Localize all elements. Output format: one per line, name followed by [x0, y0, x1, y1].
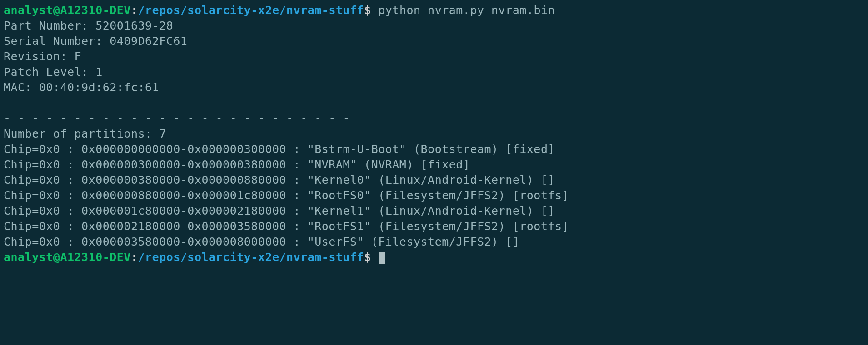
prompt-dollar: $ — [364, 251, 378, 264]
prompt-path: /repos/solarcity-x2e/nvram-stuff — [138, 4, 364, 17]
partition-row: Chip=0x0 : 0x000000000000-0x000000300000… — [4, 143, 555, 156]
prompt-path: /repos/solarcity-x2e/nvram-stuff — [138, 251, 364, 264]
output-part-number: Part Number: 52001639-28 — [4, 19, 173, 32]
partition-row: Chip=0x0 : 0x000001c80000-0x000002180000… — [4, 204, 555, 217]
partition-row: Chip=0x0 : 0x000002180000-0x000003580000… — [4, 220, 569, 233]
output-mac: MAC: 00:40:9d:62:fc:61 — [4, 81, 159, 94]
prompt-line-2[interactable]: analyst@A12310-DEV:/repos/solarcity-x2e/… — [4, 251, 385, 264]
partition-row: Chip=0x0 : 0x000000300000-0x000000380000… — [4, 158, 470, 171]
output-serial-number: Serial Number: 0409D62FC61 — [4, 34, 187, 48]
partition-row: Chip=0x0 : 0x000003580000-0x000008000000… — [4, 235, 519, 248]
cursor-icon — [379, 252, 385, 264]
prompt-dollar: $ — [364, 4, 378, 17]
prompt-colon: : — [131, 4, 138, 17]
prompt-colon: : — [131, 251, 138, 264]
command-text: python nvram.py nvram.bin — [378, 4, 555, 17]
output-revision: Revision: F — [4, 50, 81, 63]
prompt-user-host: analyst@A12310-DEV — [4, 4, 131, 17]
output-patch-level: Patch Level: 1 — [4, 65, 103, 79]
prompt-user-host: analyst@A12310-DEV — [4, 251, 131, 264]
output-divider: - - - - - - - - - - - - - - - - - - - - … — [4, 112, 350, 125]
terminal-window[interactable]: analyst@A12310-DEV:/repos/solarcity-x2e/… — [0, 0, 868, 345]
prompt-line-1: analyst@A12310-DEV:/repos/solarcity-x2e/… — [4, 4, 555, 17]
partition-row: Chip=0x0 : 0x000000380000-0x000000880000… — [4, 173, 555, 187]
partition-row: Chip=0x0 : 0x000000880000-0x000001c80000… — [4, 189, 569, 202]
output-num-partitions: Number of partitions: 7 — [4, 127, 166, 140]
